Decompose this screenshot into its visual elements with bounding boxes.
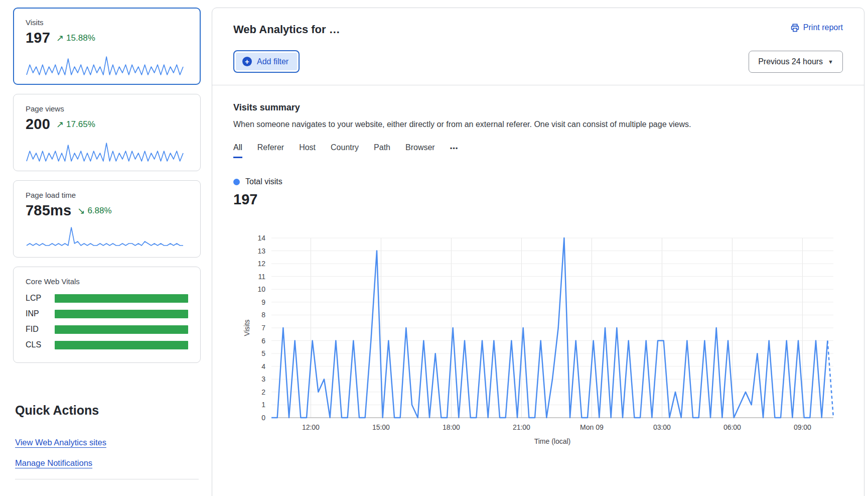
more-tabs-icon[interactable]: ••• bbox=[450, 145, 459, 157]
tab-host[interactable]: Host bbox=[299, 143, 316, 158]
svg-text:6: 6 bbox=[261, 337, 265, 345]
sidebar: Visits 197 ↗ 15.88% Page views 200 ↗ 17.… bbox=[13, 8, 201, 479]
svg-text:13: 13 bbox=[257, 247, 265, 255]
page-title: Web Analytics for … bbox=[233, 23, 340, 36]
total-visits-value: 197 bbox=[233, 191, 843, 208]
svg-text:06:00: 06:00 bbox=[724, 423, 741, 431]
chart-legend: Total visits bbox=[233, 177, 843, 186]
chevron-down-icon: ▼ bbox=[828, 59, 833, 65]
svg-text:8: 8 bbox=[261, 311, 265, 319]
svg-text:12: 12 bbox=[257, 260, 265, 268]
plus-icon: + bbox=[242, 57, 252, 66]
print-report-label: Print report bbox=[803, 23, 843, 32]
visits-line-chart: 0123456789101112131412:0015:0018:0021:00… bbox=[242, 230, 839, 450]
tab-all[interactable]: All bbox=[233, 143, 242, 158]
printer-icon bbox=[791, 24, 799, 32]
legend-label: Total visits bbox=[245, 177, 282, 186]
add-filter-label: Add filter bbox=[257, 57, 288, 66]
summary-tabs: All Referer Host Country Path Browser ••… bbox=[233, 143, 843, 158]
svg-text:1: 1 bbox=[261, 401, 265, 409]
vitals-row: LCP bbox=[26, 294, 188, 303]
svg-text:09:00: 09:00 bbox=[794, 423, 811, 431]
metric-change: 15.88% bbox=[66, 33, 95, 43]
page-views-sparkline-chart bbox=[26, 139, 184, 163]
svg-text:7: 7 bbox=[261, 324, 265, 332]
divider bbox=[15, 479, 199, 479]
view-web-analytics-sites-link[interactable]: View Web Analytics sites bbox=[15, 438, 106, 447]
svg-text:0: 0 bbox=[261, 414, 265, 422]
time-range-dropdown[interactable]: Previous 24 hours ▼ bbox=[749, 51, 843, 73]
svg-text:18:00: 18:00 bbox=[443, 423, 460, 431]
tab-country[interactable]: Country bbox=[331, 143, 359, 158]
metric-value: 197 bbox=[26, 30, 50, 46]
vital-label: CLS bbox=[26, 340, 48, 349]
vital-bar-good bbox=[55, 341, 188, 349]
vitals-row: INP bbox=[26, 309, 188, 318]
trend-up-icon: ↗ bbox=[56, 34, 64, 43]
tab-path[interactable]: Path bbox=[374, 143, 390, 158]
trend-down-icon: ↘ bbox=[77, 206, 85, 215]
svg-text:03:00: 03:00 bbox=[653, 423, 671, 431]
core-web-vitals-title: Core Web Vitals bbox=[26, 277, 188, 286]
vital-bar-good bbox=[55, 325, 188, 334]
svg-text:10: 10 bbox=[257, 285, 265, 293]
add-filter-button[interactable]: + Add filter bbox=[233, 50, 300, 73]
metric-label: Visits bbox=[26, 18, 188, 27]
print-report-button[interactable]: Print report bbox=[791, 23, 843, 32]
metric-change: 17.65% bbox=[66, 119, 95, 130]
visits-sparkline-chart bbox=[26, 52, 184, 76]
quick-actions-section: Quick Actions View Web Analytics sites M… bbox=[13, 403, 201, 479]
svg-text:21:00: 21:00 bbox=[513, 423, 530, 431]
vital-bar-good bbox=[55, 294, 188, 303]
time-range-label: Previous 24 hours bbox=[758, 57, 823, 66]
svg-text:2: 2 bbox=[261, 388, 265, 396]
web-analytics-panel: Web Analytics for … Print report + Add f… bbox=[212, 8, 864, 496]
svg-text:Time (local): Time (local) bbox=[534, 437, 571, 445]
metric-value: 785ms bbox=[26, 202, 71, 219]
metric-change: 6.88% bbox=[87, 206, 111, 216]
svg-text:Mon 09: Mon 09 bbox=[580, 423, 604, 431]
trend-up-icon: ↗ bbox=[56, 120, 64, 129]
manage-notifications-link[interactable]: Manage Notifications bbox=[15, 458, 92, 468]
visits-summary-title: Visits summary bbox=[233, 102, 843, 113]
metric-label: Page views bbox=[26, 104, 188, 113]
svg-text:5: 5 bbox=[261, 349, 265, 357]
vital-label: LCP bbox=[26, 294, 48, 303]
metric-card-page-views[interactable]: Page views 200 ↗ 17.65% bbox=[13, 94, 201, 171]
metric-value: 200 bbox=[26, 116, 50, 133]
metric-card-page-load-time[interactable]: Page load time 785ms ↘ 6.88% bbox=[13, 180, 201, 258]
visits-summary-description: When someone navigates to your website, … bbox=[233, 120, 843, 129]
svg-text:Visits: Visits bbox=[243, 319, 251, 336]
legend-dot-icon bbox=[233, 179, 240, 185]
svg-text:12:00: 12:00 bbox=[302, 423, 320, 431]
svg-text:14: 14 bbox=[257, 234, 265, 242]
vitals-row: FID bbox=[26, 325, 188, 334]
svg-text:3: 3 bbox=[261, 375, 265, 383]
visits-chart: 0123456789101112131412:0015:0018:0021:00… bbox=[242, 230, 843, 452]
svg-text:15:00: 15:00 bbox=[372, 423, 390, 431]
vital-label: INP bbox=[26, 309, 48, 318]
svg-text:9: 9 bbox=[261, 298, 265, 306]
quick-actions-title: Quick Actions bbox=[15, 403, 199, 418]
page-load-sparkline-chart bbox=[26, 225, 184, 249]
core-web-vitals-card: Core Web Vitals LCP INP FID CLS bbox=[13, 267, 201, 363]
tab-browser[interactable]: Browser bbox=[405, 143, 435, 158]
tab-referer[interactable]: Referer bbox=[257, 143, 284, 158]
vitals-row: CLS bbox=[26, 340, 188, 349]
svg-text:4: 4 bbox=[261, 362, 265, 370]
svg-text:11: 11 bbox=[258, 273, 265, 281]
vital-label: FID bbox=[26, 325, 48, 334]
metric-card-visits[interactable]: Visits 197 ↗ 15.88% bbox=[13, 8, 201, 85]
vital-bar-good bbox=[55, 310, 188, 318]
metric-label: Page load time bbox=[26, 191, 188, 199]
